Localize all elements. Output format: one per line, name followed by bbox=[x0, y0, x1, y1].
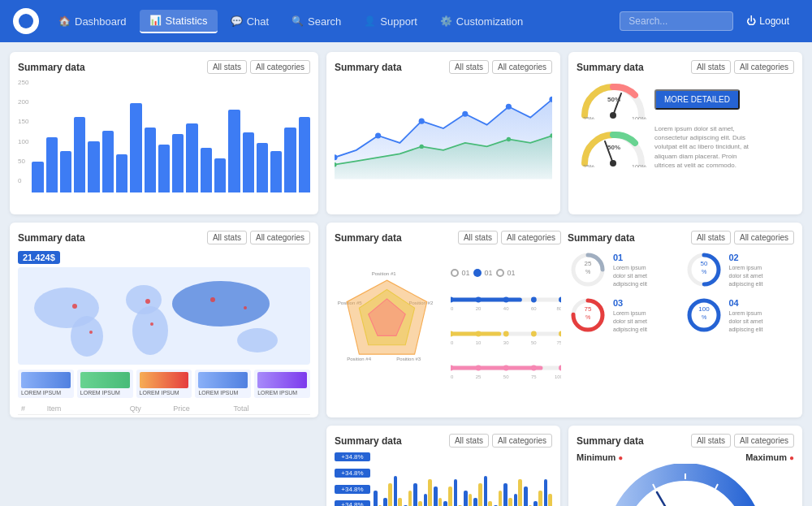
nav-search-input[interactable] bbox=[620, 11, 733, 31]
more-detailed-btn[interactable]: MORE DETAILED bbox=[654, 89, 740, 110]
bb-bar-16-1 bbox=[538, 491, 542, 506]
bar-col-9 bbox=[158, 83, 170, 192]
stats-icon: 📊 bbox=[149, 15, 162, 26]
bb-group-2 bbox=[394, 461, 402, 506]
logout-button[interactable]: ⏻ Logout bbox=[736, 11, 799, 32]
radial-svg-3: 75 % bbox=[568, 295, 608, 335]
radials-filter2[interactable]: All categories bbox=[734, 231, 794, 244]
bb-group-13 bbox=[503, 461, 512, 506]
table-row: 1ITEM 01219.99$209.79$ bbox=[18, 415, 310, 418]
nav-label-support: Support bbox=[380, 15, 417, 28]
svg-point-71 bbox=[530, 365, 536, 371]
svg-point-10 bbox=[507, 137, 511, 141]
bar-16 bbox=[257, 143, 268, 192]
bb-bar-15-0 bbox=[524, 487, 528, 506]
gauge-filter2[interactable]: All categories bbox=[734, 60, 794, 74]
map-filter2[interactable]: All categories bbox=[250, 231, 310, 244]
svg-text:50: 50 bbox=[700, 260, 707, 267]
svg-point-45 bbox=[475, 297, 481, 303]
gauge-filter1[interactable]: All stats bbox=[691, 60, 731, 74]
world-map-svg bbox=[18, 267, 310, 365]
svg-point-5 bbox=[506, 104, 512, 110]
nav-item-chat[interactable]: 💬 Chat bbox=[221, 11, 279, 32]
gauge-description: Lorem ipsum dolor sit amet, consectetur … bbox=[654, 124, 752, 170]
svg-text:25: 25 bbox=[585, 260, 592, 267]
bottom-bar-filter2[interactable]: All categories bbox=[492, 434, 552, 448]
line-filter1[interactable]: All stats bbox=[449, 60, 489, 74]
bb-bar-10-0 bbox=[473, 498, 477, 506]
line-filter2[interactable]: All categories bbox=[492, 60, 552, 74]
bar-8 bbox=[145, 128, 156, 192]
nav-item-dashboard[interactable]: 🏠 Dashboard bbox=[49, 11, 136, 32]
bar-col-19 bbox=[299, 83, 310, 192]
bb-group-17 bbox=[544, 461, 552, 506]
svg-point-27 bbox=[237, 328, 278, 352]
nav-item-support[interactable]: 👤 Support bbox=[354, 11, 427, 32]
radials-section: Summary data All stats All categories 25… bbox=[568, 231, 794, 409]
max-dot: ● bbox=[789, 453, 794, 462]
svg-text:100%: 100% bbox=[632, 116, 646, 119]
y-label-5: 250 bbox=[18, 79, 28, 86]
gauge-chart-header: Summary data All stats All categories bbox=[577, 60, 794, 74]
mini-stat-wave-2 bbox=[80, 372, 130, 388]
svg-text:50: 50 bbox=[503, 374, 508, 379]
svg-text:Position #4: Position #4 bbox=[347, 357, 372, 361]
radials-filters: All stats All categories bbox=[691, 231, 794, 244]
bb-bar-12-1 bbox=[499, 491, 503, 506]
bar-filter2[interactable]: All categories bbox=[250, 60, 310, 74]
bb-bar-5-1 bbox=[428, 479, 432, 506]
bb-bar-8-0 bbox=[454, 479, 458, 506]
perc-label-4: +34.8% bbox=[335, 500, 370, 506]
bar-filter1[interactable]: All stats bbox=[207, 60, 247, 74]
bar-chart-filters: All stats All categories bbox=[207, 60, 310, 74]
table-header-total: Total bbox=[230, 403, 310, 415]
mini-stat-label-5: LOREM IPSUM bbox=[257, 390, 297, 396]
y-label-3: 150 bbox=[18, 118, 28, 125]
speedometer-filter1[interactable]: All stats bbox=[691, 434, 731, 448]
dot-indicator-3 bbox=[496, 269, 504, 277]
svg-point-29 bbox=[145, 299, 150, 304]
min-dot: ● bbox=[618, 453, 623, 462]
map-filter1[interactable]: All stats bbox=[207, 231, 247, 244]
scatter-filter1[interactable]: All stats bbox=[458, 231, 498, 244]
svg-point-69 bbox=[475, 365, 481, 371]
map-header: Summary data All stats All categories bbox=[18, 231, 310, 244]
speedometer-filter2[interactable]: All categories bbox=[734, 434, 794, 448]
line-label-01: 01 bbox=[462, 269, 470, 277]
bottom-bar-filter1[interactable]: All stats bbox=[449, 434, 489, 448]
y-label-4: 200 bbox=[18, 98, 28, 106]
bar-col-4 bbox=[88, 83, 99, 192]
bar-7 bbox=[130, 103, 141, 192]
scatter-filter2[interactable]: All categories bbox=[501, 231, 561, 244]
radials-title: Summary data bbox=[568, 232, 635, 244]
bar-5 bbox=[102, 131, 114, 192]
svg-text:0: 0 bbox=[451, 374, 454, 379]
svg-text:50%: 50% bbox=[607, 96, 620, 103]
max-label-wrap: Maximum ● bbox=[745, 452, 794, 462]
bar-10 bbox=[172, 134, 184, 192]
nav-item-search[interactable]: 🔍 Search bbox=[282, 11, 351, 32]
nav-item-statistics[interactable]: 📊 Statistics bbox=[140, 10, 218, 33]
nav-item-customization[interactable]: ⚙️ Customization bbox=[430, 11, 533, 32]
bar-18 bbox=[284, 128, 296, 192]
bb-group-7 bbox=[443, 461, 451, 506]
bar-17 bbox=[270, 151, 282, 192]
svg-point-46 bbox=[503, 297, 508, 303]
speedometer-card: Summary data All stats All categories Mi… bbox=[568, 426, 802, 506]
svg-line-102 bbox=[657, 492, 685, 506]
bar-col-8 bbox=[145, 83, 156, 192]
mini-stat-label-3: LOREM IPSUM bbox=[140, 390, 179, 396]
radials-filter1[interactable]: All stats bbox=[691, 231, 731, 244]
bar-12 bbox=[201, 148, 212, 192]
svg-text:75: 75 bbox=[585, 305, 592, 313]
svg-text:20: 20 bbox=[475, 306, 481, 311]
radial-svg-1: 25 % bbox=[568, 249, 608, 290]
svg-point-32 bbox=[150, 322, 153, 326]
svg-point-2 bbox=[375, 132, 381, 138]
bb-bar-2-1 bbox=[398, 498, 402, 506]
scatter-section: Summary data All stats All categories Po… bbox=[335, 231, 561, 409]
bar-chart-header: Summary data All stats All categories bbox=[18, 60, 310, 74]
bar-col-5 bbox=[102, 83, 114, 192]
polygon-chart: Position #1 Position #2 Position #3 Posi… bbox=[335, 249, 446, 404]
svg-text:75: 75 bbox=[556, 340, 561, 345]
